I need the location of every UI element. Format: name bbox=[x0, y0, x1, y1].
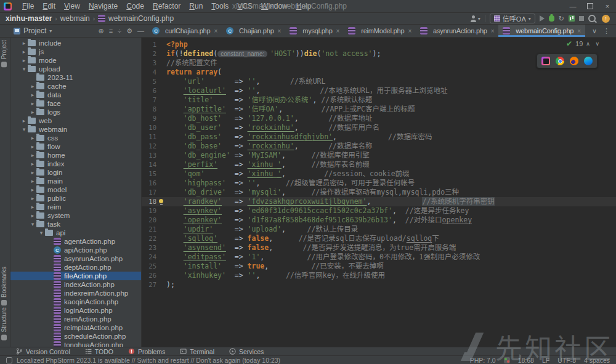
stripe-structure[interactable]: Structure bbox=[1, 307, 7, 341]
code-line-26[interactable]: 26 'xinhukey' => '', //信呼官网key，在线升级使用 bbox=[142, 271, 616, 280]
tab-webmainConfig.php[interactable]: webmainConfig.php× bbox=[498, 25, 585, 37]
toolwindow-todo[interactable]: TODO bbox=[85, 348, 113, 355]
firefox-icon[interactable] bbox=[570, 57, 578, 65]
code-line-6[interactable]: 6 'localurl' => '', //本地系统URL，用于服务器上浏览地址 bbox=[142, 86, 616, 95]
edge-icon[interactable] bbox=[584, 57, 593, 65]
tree-item-upload[interactable]: ▾upload bbox=[10, 65, 141, 73]
code-line-17[interactable]: 17 'db_drive' => 'mysqli', //操作数据库驱动有mys… bbox=[142, 188, 616, 197]
tree-item-asynrunAction.php[interactable]: asynrunAction.php bbox=[10, 254, 141, 263]
tree-item-webmain[interactable]: ▾webmain bbox=[10, 125, 141, 134]
coverage-button[interactable]: ↻ bbox=[559, 15, 564, 22]
code-line-27[interactable]: 27); bbox=[142, 280, 616, 289]
inspections-widget[interactable]: ✔ 19 ∧ ∨ bbox=[566, 39, 601, 48]
tree-item-include[interactable]: ▸include bbox=[10, 39, 141, 47]
builtin-preview-icon[interactable] bbox=[541, 57, 550, 65]
status-item[interactable]: UTF-8 bbox=[557, 357, 576, 364]
code-line-5[interactable]: 5 'url' => '', //系统URL bbox=[142, 77, 616, 86]
stripe-bookmarks[interactable]: Bookmarks bbox=[1, 267, 7, 305]
code-line-11[interactable]: 11 'db_pass' => 'rockxinhusdfghjvbn', //… bbox=[142, 132, 616, 142]
chrome-icon[interactable] bbox=[556, 57, 564, 65]
search-everywhere-icon[interactable] bbox=[588, 15, 596, 22]
tree-item-task[interactable]: ▾task bbox=[10, 220, 141, 229]
profiler-button[interactable] bbox=[569, 15, 575, 22]
tree-item-kaoqinAction.php[interactable]: kaoqinAction.php bbox=[10, 297, 141, 306]
code-line-4[interactable]: 4return array( bbox=[142, 68, 616, 77]
code-line-21[interactable]: 21 'updir' => 'upload', //默认上传目录 bbox=[142, 225, 616, 234]
user-menu-button[interactable]: ▾ bbox=[470, 15, 480, 22]
tree-item-deptAction.php[interactable]: deptAction.php bbox=[10, 263, 141, 272]
collapse-all-icon[interactable]: ÷ bbox=[118, 27, 121, 34]
tree-item-cache[interactable]: ▸cache bbox=[10, 82, 141, 91]
tab-close-icon[interactable]: × bbox=[408, 28, 411, 34]
close-icon[interactable]: × bbox=[599, 0, 616, 12]
tree-item-login[interactable]: ▸login bbox=[10, 168, 141, 177]
tab-Chajian.php[interactable]: CChajian.php× bbox=[222, 25, 285, 37]
tree-item-tonghuaAction.php[interactable]: tonghuaAction.php bbox=[10, 341, 141, 347]
toolwindow-problems[interactable]: Problems bbox=[128, 348, 165, 355]
menu-run[interactable]: Run bbox=[185, 1, 207, 12]
code-line-18[interactable]: 18 'randkey' => 'fdvzsakhgprcoxwuitjlbqy… bbox=[142, 197, 616, 206]
settings-gear-icon[interactable]: ⚙ bbox=[126, 27, 132, 35]
tree-item-system[interactable]: ▸system bbox=[10, 211, 141, 220]
tree-item-flow[interactable]: ▸flow bbox=[10, 142, 141, 151]
tree-item-model[interactable]: ▸model bbox=[10, 185, 141, 194]
tab-close-icon[interactable]: × bbox=[491, 28, 495, 34]
tab-close-icon[interactable]: × bbox=[336, 28, 340, 34]
code-line-23[interactable]: 23 'asynsend' => false, //是否异步发送提醒消息，为tr… bbox=[142, 243, 616, 253]
tree-item-home[interactable]: ▸home bbox=[10, 151, 141, 160]
expand-all-icon[interactable]: ≡ bbox=[109, 27, 113, 34]
code-line-8[interactable]: 8 'apptitle' => '信呼OA', //APP上或PC客户端上的标题 bbox=[142, 105, 616, 114]
code-line-12[interactable]: 12 'db_base' => 'rockxinhu', //数据库名称 bbox=[142, 142, 616, 151]
breadcrumb-item[interactable]: xinhu-master bbox=[6, 14, 52, 23]
breadcrumb-item[interactable]: webmain bbox=[60, 14, 90, 23]
toolwindow-services[interactable]: Services bbox=[229, 348, 264, 355]
tree-item-reim[interactable]: ▸reim bbox=[10, 203, 141, 211]
tab-close-icon[interactable]: × bbox=[278, 28, 282, 34]
tree-item-indexreimAction.php[interactable]: indexreimAction.php bbox=[10, 289, 141, 297]
toolwindow-terminal[interactable]: Terminal bbox=[180, 348, 214, 355]
restore-icon[interactable] bbox=[582, 0, 599, 12]
code-line-20[interactable]: 20 'openkey' => 'd1f87a8f858b468def951c8… bbox=[142, 216, 616, 225]
locate-file-icon[interactable]: ⊕ bbox=[98, 27, 103, 35]
menu-navigate[interactable]: Navigate bbox=[84, 1, 122, 12]
code-line-25[interactable]: 25 'install' => true, //已安装，不要去掉啊 bbox=[142, 262, 616, 271]
tree-item-js[interactable]: ▸js bbox=[10, 47, 141, 56]
notification-icon[interactable] bbox=[6, 357, 12, 363]
code-line-13[interactable]: 13 'db_engine' => 'MyISAM', //数据库使用引擎 bbox=[142, 151, 616, 160]
project-panel-header[interactable]: Project ▾ ⊕ ≡ ÷ ⚙ — bbox=[0, 25, 148, 37]
toolwindow-version-control[interactable]: Version Control bbox=[16, 348, 70, 355]
code-line-15[interactable]: 15 'qom' => 'xinhu_', //session、cookie前缀 bbox=[142, 169, 616, 179]
tree-item-index[interactable]: ▸index bbox=[10, 160, 141, 168]
status-message[interactable]: Localized PhpStorm 2023.1 is available /… bbox=[17, 357, 280, 364]
code-line-1[interactable]: 1<?php bbox=[142, 40, 616, 49]
stop-button[interactable] bbox=[579, 16, 584, 21]
tree-item-agentAction.php[interactable]: agentAction.php bbox=[10, 237, 141, 246]
tree-item-face[interactable]: ▸face bbox=[10, 99, 141, 108]
tree-item-scheduleAction.php[interactable]: scheduleAction.php bbox=[10, 332, 141, 341]
minimize-icon[interactable]: — bbox=[564, 0, 582, 12]
tree-item-loginAction.php[interactable]: loginAction.php bbox=[10, 306, 141, 315]
debug-button[interactable] bbox=[549, 15, 554, 22]
menu-edit[interactable]: Edit bbox=[38, 1, 60, 12]
menu-file[interactable]: File bbox=[18, 1, 38, 12]
tree-item-data[interactable]: ▸data bbox=[10, 91, 141, 99]
tree-item-api[interactable]: ▾api bbox=[10, 229, 141, 237]
code-line-24[interactable]: 24 'editpass' => '1', //用户登录修改密码，0不用修改，1… bbox=[142, 253, 616, 262]
code-line-7[interactable]: 7 'title' => '信呼协同办公系统', //系统默认标题 bbox=[142, 95, 616, 105]
code-line-9[interactable]: 9 'db_host' => '127.0.0.1', //数据库地址 bbox=[142, 114, 616, 123]
lightbulb-icon[interactable] bbox=[159, 199, 163, 203]
tree-item-web[interactable]: ▸web bbox=[10, 116, 141, 125]
tree-item-apiAction.php[interactable]: CapiAction.php bbox=[10, 246, 141, 254]
breadcrumb-item[interactable]: webmainConfig.php bbox=[108, 14, 174, 23]
update-available-icon[interactable]: ↑ bbox=[602, 15, 610, 23]
status-item[interactable]: LF bbox=[542, 357, 549, 364]
tab-asynrunAction.php[interactable]: asynrunAction.php× bbox=[416, 25, 498, 37]
code-line-14[interactable]: 14 'perfix' => 'xinhu_', //数据库表名前缀 bbox=[142, 160, 616, 169]
tab-options-icon[interactable]: ⋮ bbox=[603, 27, 610, 35]
stripe-project[interactable]: Project bbox=[1, 40, 7, 67]
tab-close-icon[interactable]: × bbox=[577, 28, 581, 34]
tab-reimModel.php[interactable]: reimModel.php× bbox=[344, 25, 416, 37]
code-line-22[interactable]: 22 'sqllog' => false, //是否记录sql日志保存uploa… bbox=[142, 234, 616, 243]
menu-code[interactable]: Code bbox=[122, 1, 148, 12]
menu-refactor[interactable]: Refactor bbox=[148, 1, 185, 12]
